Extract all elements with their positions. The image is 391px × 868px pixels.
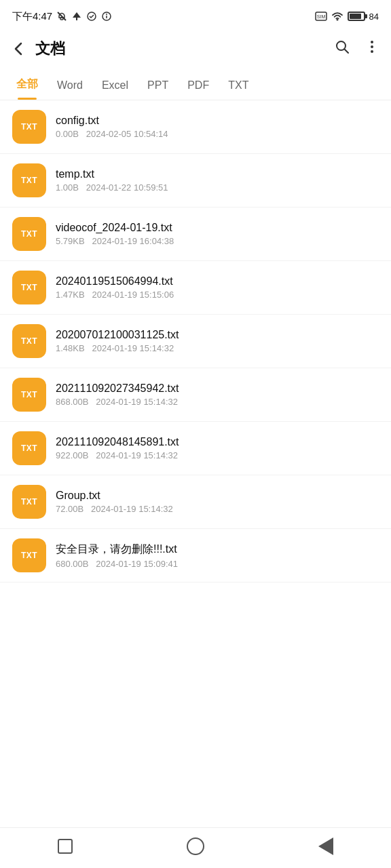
file-info: 202007012100031125.txt 1.48KB 2024-01-19… bbox=[56, 329, 379, 353]
list-item[interactable]: TXT 202111092048145891.txt 922.00B 2024-… bbox=[0, 422, 391, 475]
file-icon-label: TXT bbox=[21, 122, 37, 132]
svg-rect-3 bbox=[76, 18, 77, 20]
file-icon-label: TXT bbox=[21, 336, 37, 346]
file-name: videocof_2024-01-19.txt bbox=[56, 222, 379, 234]
svg-point-14 bbox=[371, 45, 373, 48]
file-icon-label: TXT bbox=[21, 176, 37, 185]
svg-text:SIM: SIM bbox=[316, 14, 325, 19]
list-item[interactable]: TXT Group.txt 72.00B 2024-01-19 15:14:32 bbox=[0, 475, 391, 529]
file-name: temp.txt bbox=[56, 168, 379, 180]
file-icon-label: TXT bbox=[21, 551, 37, 560]
wifi-icon bbox=[331, 12, 343, 21]
file-list: TXT config.txt 0.00B 2024-02-05 10:54:14… bbox=[0, 100, 391, 827]
file-meta: 1.00B 2024-01-22 10:59:51 bbox=[56, 182, 379, 193]
file-info: 20240119515064994.txt 1.47KB 2024-01-19 … bbox=[56, 275, 379, 300]
file-info: videocof_2024-01-19.txt 5.79KB 2024-01-1… bbox=[56, 222, 379, 246]
status-right-icons: SIM 84 bbox=[315, 12, 379, 22]
file-info: 202111092027345942.txt 868.00B 2024-01-1… bbox=[56, 382, 379, 407]
app-bar-actions bbox=[334, 39, 380, 59]
tab-txt[interactable]: TXT bbox=[219, 79, 258, 100]
file-name: Group.txt bbox=[56, 490, 379, 502]
bottom-nav bbox=[0, 827, 391, 868]
app-bar: 文档 bbox=[0, 30, 391, 68]
file-type-icon: TXT bbox=[12, 324, 46, 358]
svg-rect-1 bbox=[60, 18, 63, 20]
home-button[interactable] bbox=[53, 834, 77, 859]
tab-all[interactable]: 全部 bbox=[7, 77, 48, 100]
file-type-icon: TXT bbox=[12, 431, 46, 465]
check-circle-icon bbox=[86, 11, 97, 22]
status-bar: 下午4:47 SIM bbox=[0, 0, 391, 30]
triangle-icon bbox=[318, 837, 333, 855]
file-meta: 1.47KB 2024-01-19 15:15:06 bbox=[56, 290, 379, 300]
recents-button[interactable] bbox=[183, 834, 208, 859]
tab-excel[interactable]: Excel bbox=[92, 79, 138, 100]
back-nav-button[interactable] bbox=[314, 834, 338, 859]
file-type-icon: TXT bbox=[12, 110, 46, 144]
file-type-icon: TXT bbox=[12, 538, 46, 572]
page-title: 文档 bbox=[33, 39, 334, 59]
tab-ppt[interactable]: PPT bbox=[138, 79, 178, 100]
list-item[interactable]: TXT temp.txt 1.00B 2024-01-22 10:59:51 bbox=[0, 154, 391, 208]
more-button[interactable] bbox=[364, 39, 380, 59]
battery-label: 84 bbox=[369, 12, 379, 22]
file-type-icon: TXT bbox=[12, 485, 46, 519]
upload-icon bbox=[71, 11, 82, 22]
circle-icon bbox=[187, 837, 204, 855]
file-name: 202007012100031125.txt bbox=[56, 329, 379, 341]
file-info: Group.txt 72.00B 2024-01-19 15:14:32 bbox=[56, 490, 379, 514]
file-type-icon: TXT bbox=[12, 163, 46, 197]
file-meta: 72.00B 2024-01-19 15:14:32 bbox=[56, 504, 379, 514]
svg-point-7 bbox=[106, 14, 107, 15]
file-meta: 868.00B 2024-01-19 15:14:32 bbox=[56, 397, 379, 407]
svg-point-10 bbox=[336, 19, 338, 21]
file-info: 安全目录，请勿删除!!!.txt 680.00B 2024-01-19 15:0… bbox=[56, 542, 379, 569]
list-item[interactable]: TXT 202007012100031125.txt 1.48KB 2024-0… bbox=[0, 315, 391, 368]
svg-line-12 bbox=[345, 50, 349, 54]
file-info: 202111092048145891.txt 922.00B 2024-01-1… bbox=[56, 436, 379, 460]
file-type-icon: TXT bbox=[12, 217, 46, 251]
status-time: 下午4:47 bbox=[12, 10, 112, 23]
info-icon bbox=[101, 11, 112, 22]
file-meta: 1.48KB 2024-01-19 15:14:32 bbox=[56, 343, 379, 353]
svg-point-15 bbox=[371, 50, 373, 53]
file-icon-label: TXT bbox=[21, 390, 37, 399]
file-name: 20240119515064994.txt bbox=[56, 275, 379, 288]
tab-pdf[interactable]: PDF bbox=[178, 79, 219, 100]
file-icon-label: TXT bbox=[21, 497, 37, 507]
file-meta: 922.00B 2024-01-19 15:14:32 bbox=[56, 450, 379, 460]
svg-marker-2 bbox=[73, 12, 81, 18]
time-label: 下午4:47 bbox=[12, 10, 52, 23]
file-icon-label: TXT bbox=[21, 283, 37, 292]
list-item[interactable]: TXT config.txt 0.00B 2024-02-05 10:54:14 bbox=[0, 100, 391, 154]
file-name: 安全目录，请勿删除!!!.txt bbox=[56, 542, 379, 557]
square-icon bbox=[58, 839, 73, 854]
list-item[interactable]: TXT 202111092027345942.txt 868.00B 2024-… bbox=[0, 368, 391, 422]
tab-word[interactable]: Word bbox=[48, 79, 92, 100]
back-button[interactable] bbox=[11, 38, 33, 60]
list-item[interactable]: TXT 20240119515064994.txt 1.47KB 2024-01… bbox=[0, 261, 391, 315]
svg-point-13 bbox=[371, 41, 373, 43]
file-icon-label: TXT bbox=[21, 443, 37, 453]
file-info: temp.txt 1.00B 2024-01-22 10:59:51 bbox=[56, 168, 379, 193]
file-info: config.txt 0.00B 2024-02-05 10:54:14 bbox=[56, 115, 379, 139]
file-type-icon: TXT bbox=[12, 378, 46, 412]
battery-icon bbox=[348, 12, 365, 21]
file-name: 202111092048145891.txt bbox=[56, 436, 379, 448]
file-icon-label: TXT bbox=[21, 229, 37, 239]
list-item[interactable]: TXT 安全目录，请勿删除!!!.txt 680.00B 2024-01-19 … bbox=[0, 529, 391, 583]
file-meta: 0.00B 2024-02-05 10:54:14 bbox=[56, 129, 379, 139]
sim-icon: SIM bbox=[315, 12, 327, 21]
search-button[interactable] bbox=[334, 39, 350, 59]
tab-bar: 全部 Word Excel PPT PDF TXT bbox=[0, 68, 391, 100]
list-item[interactable]: TXT videocof_2024-01-19.txt 5.79KB 2024-… bbox=[0, 208, 391, 261]
file-type-icon: TXT bbox=[12, 271, 46, 304]
mute-icon bbox=[56, 11, 67, 22]
file-name: config.txt bbox=[56, 115, 379, 127]
file-name: 202111092027345942.txt bbox=[56, 382, 379, 395]
file-meta: 680.00B 2024-01-19 15:09:41 bbox=[56, 559, 379, 569]
file-meta: 5.79KB 2024-01-19 16:04:38 bbox=[56, 236, 379, 246]
